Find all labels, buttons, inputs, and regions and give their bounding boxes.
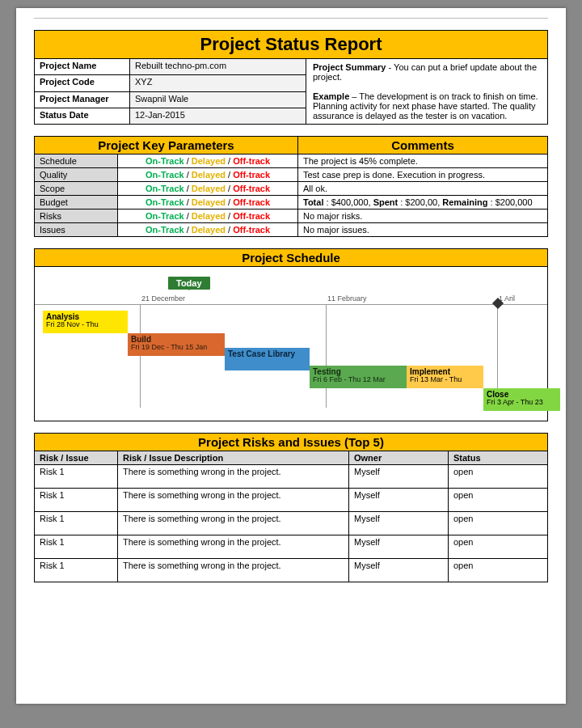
kp-status: On-Track / Delayed / Off-track	[118, 182, 298, 196]
document-page: Project Status Report Project Name Rebui…	[16, 8, 566, 704]
kp-name: Risks	[35, 210, 118, 223]
gantt-bar: ImplementFri 13 Mar - Thu	[407, 366, 483, 388]
kp-comment: No major issues.	[298, 223, 548, 237]
risk-owner: Myself	[349, 489, 449, 512]
status-header-table: Project Status Report Project Name Rebui…	[34, 30, 548, 125]
risk-status: open	[449, 559, 548, 582]
kp-name: Quality	[35, 168, 118, 182]
kp-head-right: Comments	[298, 137, 548, 154]
risk-status: open	[449, 512, 548, 535]
value-project-code: XYZ	[130, 75, 306, 91]
risks-col-0: Risk / Issue	[35, 451, 118, 465]
gantt-bar: BuildFri 19 Dec - Thu 15 Jan	[128, 333, 225, 356]
key-parameters-table: Project Key Parameters Comments Schedule…	[34, 136, 548, 237]
label-project-name: Project Name	[35, 59, 130, 75]
risks-table: Project Risks and Issues (Top 5) Risk / …	[34, 433, 548, 582]
risk-id: Risk 1	[35, 465, 118, 489]
gantt-bar: CloseFri 3 Apr - Thu 23	[483, 388, 560, 411]
kp-comment: The project is 45% complete.	[298, 154, 548, 168]
label-status-date: Status Date	[35, 108, 130, 124]
today-marker: Today	[168, 277, 210, 290]
risk-owner: Myself	[349, 512, 449, 535]
kp-name: Issues	[35, 223, 118, 237]
axis-label: 21 December	[141, 294, 185, 303]
risk-desc: There is something wrong in the project.	[118, 489, 349, 512]
risk-owner: Myself	[349, 465, 449, 489]
value-project-name: Rebuilt techno-pm.com	[130, 59, 306, 75]
label-project-code: Project Code	[35, 75, 130, 91]
kp-status: On-Track / Delayed / Off-track	[118, 223, 298, 237]
risk-desc: There is something wrong in the project.	[118, 535, 349, 559]
example-label: Example	[313, 91, 349, 101]
summary-label: Project Summary	[313, 62, 386, 72]
risk-desc: There is something wrong in the project.	[118, 465, 349, 489]
kp-name: Scope	[35, 182, 118, 196]
risks-col-2: Owner	[349, 451, 449, 465]
risks-col-3: Status	[449, 451, 548, 465]
value-status-date: 12-Jan-2015	[130, 108, 306, 124]
kp-comment: Total : $400,000, Spent : $200,00, Remai…	[298, 196, 548, 210]
risk-id: Risk 1	[35, 512, 118, 535]
kp-head-left: Project Key Parameters	[35, 137, 298, 154]
risk-id: Risk 1	[35, 559, 118, 582]
risk-desc: There is something wrong in the project.	[118, 559, 349, 582]
risk-desc: There is something wrong in the project.	[118, 512, 349, 535]
kp-comment: Test case prep is done. Execution in pro…	[298, 168, 548, 182]
risk-id: Risk 1	[35, 489, 118, 512]
kp-name: Schedule	[35, 154, 118, 168]
label-project-manager: Project Manager	[35, 91, 130, 108]
gantt-bar: TestingFri 6 Feb - Thu 12 Mar	[310, 366, 407, 388]
risk-status: open	[449, 535, 548, 559]
axis-label: 11 February	[327, 294, 367, 303]
kp-comment: No major risks.	[298, 210, 548, 223]
kp-status: On-Track / Delayed / Off-track	[118, 154, 298, 168]
kp-status: On-Track / Delayed / Off-track	[118, 168, 298, 182]
risks-title: Project Risks and Issues (Top 5)	[35, 434, 548, 451]
risk-owner: Myself	[349, 535, 449, 559]
schedule-chart: 21 December11 February1 ArilTodayAnalysi…	[35, 267, 548, 421]
risks-col-1: Risk / Issue Description	[118, 451, 349, 465]
report-title: Project Status Report	[35, 31, 548, 59]
gantt-bar: Test Case Library	[225, 348, 310, 370]
kp-comment: All ok.	[298, 182, 548, 196]
project-summary-cell: Project Summary - You can put a brief up…	[306, 59, 548, 125]
schedule-title: Project Schedule	[35, 249, 548, 267]
kp-status: On-Track / Delayed / Off-track	[118, 196, 298, 210]
risk-id: Risk 1	[35, 535, 118, 559]
gantt-bar: AnalysisFri 28 Nov - Thu	[43, 311, 128, 333]
value-project-manager: Swapnil Wale	[130, 91, 306, 108]
schedule-table: Project Schedule 21 December11 February1…	[34, 248, 548, 421]
kp-status: On-Track / Delayed / Off-track	[118, 210, 298, 223]
risk-owner: Myself	[349, 559, 449, 582]
kp-name: Budget	[35, 196, 118, 210]
top-rule	[34, 18, 548, 25]
risk-status: open	[449, 465, 548, 489]
risk-status: open	[449, 489, 548, 512]
